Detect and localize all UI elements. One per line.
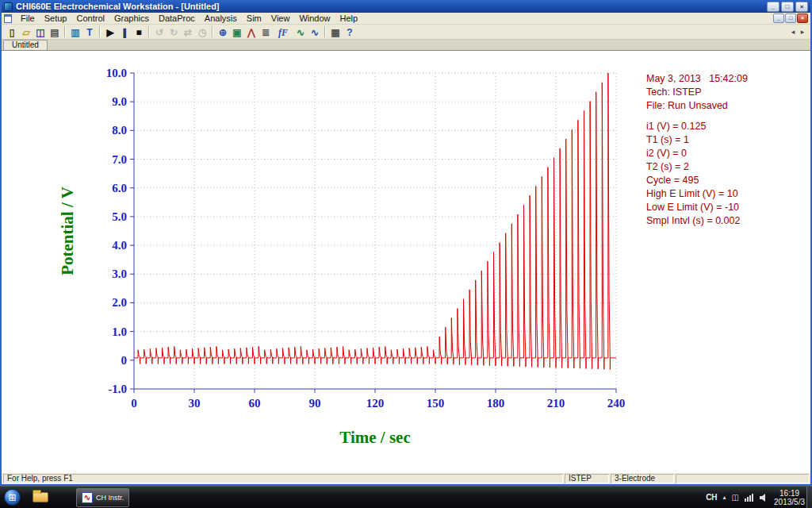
maximize-button[interactable]: □ [781, 2, 794, 12]
annotation-line: T2 (s) = 2 [646, 160, 809, 174]
y-tick-label: -1.0 [108, 383, 127, 395]
toolbar: ▯▱◫▤▥T▶∥■↺↻⇄◷⊕▣⋀≣fF∿∿▦? ◂ ▸ [2, 25, 810, 40]
grid-display-icon[interactable]: ▦ [328, 25, 343, 39]
y-tick-label: 8.0 [112, 124, 127, 137]
y-tick-label: 9.0 [112, 95, 127, 108]
menu-item-sim[interactable]: Sim [242, 13, 266, 24]
y-tick-label: 1.0 [112, 325, 127, 338]
x-tick-label: 0 [131, 397, 137, 410]
x-tick-label: 240 [607, 397, 626, 410]
y-tick-label: 7.0 [112, 153, 127, 166]
chi-app-icon: ∿ [82, 492, 93, 503]
stop-experiment-icon[interactable]: ■ [132, 25, 146, 39]
smooth-curve-icon[interactable]: ∿ [308, 25, 322, 39]
toolbar-separator [99, 26, 101, 37]
toolbar-separator [212, 26, 213, 37]
copy-graph-icon[interactable]: ▥ [68, 25, 82, 39]
manual-result-icon[interactable]: ▣ [230, 25, 244, 39]
menu-item-graphics[interactable]: Graphics [109, 13, 154, 24]
run-experiment-icon[interactable]: ▶ [103, 25, 117, 39]
chart-canvas[interactable]: 10.09.08.07.06.05.04.03.02.01.00-1.00306… [49, 64, 636, 461]
start-button[interactable]: ⊞ [4, 489, 21, 506]
pause-experiment-icon[interactable]: ∥ [117, 25, 132, 39]
tab-bar: Untitled [2, 40, 810, 50]
zoom-icon[interactable]: ⊕ [216, 25, 230, 39]
y-tick-label: 10.0 [106, 67, 127, 79]
child-minimize-button[interactable]: _ [773, 13, 784, 23]
formula-icon[interactable]: fF [273, 25, 293, 39]
special-plot-icon[interactable]: ∿ [293, 25, 308, 39]
menu-item-control[interactable]: Control [71, 13, 109, 24]
status-help-text: For Help, press F1 [3, 474, 563, 483]
toolbar-separator [148, 26, 150, 37]
x-tick-label: 30 [189, 397, 201, 410]
menu-item-analysis[interactable]: Analysis [200, 13, 242, 24]
clock[interactable]: 16:19 2013/5/3 [774, 489, 805, 506]
annotation-line: May 3, 2013 15:42:09 [646, 72, 809, 86]
print-icon[interactable]: ▤ [48, 25, 62, 39]
scan-direction-icon[interactable]: ⇄ [181, 25, 195, 39]
experiment-parameters: May 3, 2013 15:42:09Tech: ISTEPFile: Run… [646, 72, 809, 228]
x-axis-title: Time / sec [339, 428, 410, 447]
y-tick-label: 6.0 [112, 182, 127, 194]
annotation-line: Tech: ISTEP [646, 86, 809, 99]
toolbar-scroll-right-icon[interactable]: ▸ [798, 28, 807, 36]
windows-logo-icon: ⊞ [8, 492, 16, 503]
close-button[interactable]: × [795, 2, 808, 12]
y-tick-label: 3.0 [112, 267, 127, 280]
text-tool-icon[interactable]: T [82, 25, 97, 39]
language-indicator[interactable]: CH [706, 493, 717, 502]
explorer-taskbar-button[interactable] [27, 488, 54, 507]
x-tick-label: 150 [427, 397, 445, 410]
toolbar-separator [64, 26, 66, 37]
menu-item-view[interactable]: View [266, 13, 295, 24]
hidden-icons-chevron-icon[interactable]: ▴ [723, 494, 726, 501]
annotation-line: Low E Limit (V) = -10 [646, 201, 809, 214]
save-file-icon[interactable]: ◫ [33, 25, 48, 39]
continue-scan-icon[interactable]: ↻ [167, 25, 181, 39]
child-close-button[interactable]: × [797, 13, 808, 23]
clock-date: 2013/5/3 [774, 498, 805, 506]
y-tick-label: 5.0 [112, 210, 127, 223]
volume-icon[interactable] [760, 494, 768, 502]
new-file-icon[interactable]: ▯ [5, 25, 19, 39]
status-electrode: 3-Electrode [611, 474, 674, 483]
open-file-icon[interactable]: ▱ [19, 25, 33, 39]
title-bar: CHI660E Electrochemical Workstation - [U… [2, 0, 810, 13]
context-help-icon[interactable]: ? [343, 25, 357, 39]
menu-bar: FileSetupControlGraphicsDataProcAnalysis… [2, 13, 810, 25]
child-restore-button[interactable]: □ [785, 13, 796, 23]
timer-icon[interactable]: ◷ [195, 25, 209, 39]
x-tick-label: 90 [309, 397, 321, 410]
x-tick-label: 210 [547, 397, 565, 410]
network-icon[interactable] [745, 494, 754, 502]
y-tick-label: 4.0 [112, 239, 127, 252]
child-document-icon[interactable] [4, 14, 12, 23]
menu-item-help[interactable]: Help [335, 13, 363, 24]
annotation-line: i1 (V) = 0.125 [646, 120, 809, 133]
desktop: CHI660E Electrochemical Workstation - [U… [0, 0, 812, 508]
annotation-line: Smpl Intvl (s) = 0.002 [646, 214, 809, 228]
menu-item-dataproc[interactable]: DataProc [154, 13, 200, 24]
status-technique: ISTEP [565, 474, 609, 483]
status-tray-icon[interactable]: ◫ [732, 493, 739, 502]
menu-item-file[interactable]: File [16, 13, 40, 24]
toolbar-scroll-left-icon[interactable]: ◂ [788, 28, 798, 36]
tab-untitled[interactable]: Untitled [3, 40, 48, 50]
menu-item-window[interactable]: Window [294, 13, 335, 24]
annotation-gap [646, 113, 809, 120]
reverse-scan-icon[interactable]: ↺ [152, 25, 167, 39]
document-area: 10.09.08.07.06.05.04.03.02.01.00-1.00306… [2, 50, 810, 472]
minimize-button[interactable]: _ [767, 2, 779, 12]
menu-item-setup[interactable]: Setup [40, 13, 72, 24]
annotation-line: High E Limit (V) = 10 [646, 187, 809, 201]
show-desktop-button[interactable] [806, 487, 812, 508]
data-listing-icon[interactable]: ≣ [259, 25, 273, 39]
chi-app-taskbar-button[interactable]: ∿ CH Instr. [76, 488, 129, 507]
y-tick-label: 2.0 [112, 296, 127, 309]
x-tick-label: 60 [249, 397, 261, 410]
taskbar: ⊞ ∿ CH Instr. CH ▴ ◫ 16:19 2013/5/3 [0, 486, 812, 508]
app-icon [4, 2, 13, 11]
peak-definition-icon[interactable]: ⋀ [244, 25, 259, 39]
status-bar: For Help, press F1 ISTEP 3-Electrode [2, 472, 810, 484]
